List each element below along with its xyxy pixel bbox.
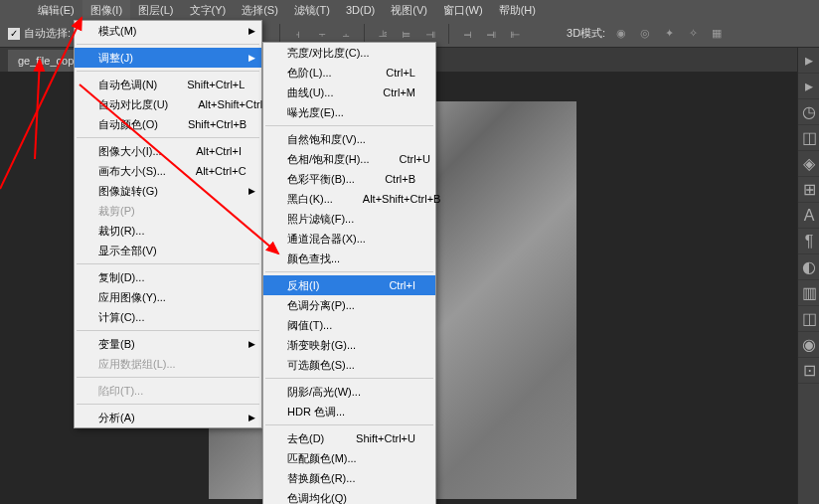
panel-icon[interactable]: ◐ — [798, 254, 819, 280]
panel-icon[interactable]: A — [798, 203, 819, 229]
distribute-icon[interactable]: ⫤ — [458, 25, 476, 43]
menu-help[interactable]: 帮助(H) — [491, 0, 544, 20]
distribute-icon[interactable]: ⫦ — [506, 25, 524, 43]
3d-icon[interactable]: ◉ — [612, 25, 630, 43]
menu-item[interactable]: 可选颜色(S)... — [263, 355, 435, 375]
menu-type[interactable]: 文字(Y) — [182, 0, 235, 20]
menu-item[interactable]: 模式(M)▶ — [75, 21, 261, 41]
history-icon[interactable]: ◷ — [798, 99, 819, 125]
menu-window[interactable]: 窗口(W) — [435, 0, 491, 20]
panel-icon[interactable]: ▸ — [798, 48, 819, 74]
menu-item[interactable]: 色阶(L)...Ctrl+L — [263, 63, 435, 83]
menu-item-label: 照片滤镜(F)... — [287, 212, 354, 227]
menu-item[interactable]: 通道混合器(X)... — [263, 229, 435, 249]
menu-item[interactable]: 色调分离(P)... — [263, 295, 435, 315]
menu-item[interactable]: 计算(C)... — [75, 307, 261, 327]
menu-item-label: 自然饱和度(V)... — [287, 132, 366, 147]
menu-item[interactable]: 曲线(U)...Ctrl+M — [263, 83, 435, 102]
menu-item[interactable]: 反相(I)Ctrl+I — [263, 275, 435, 295]
menu-item[interactable]: 自动对比度(U)Alt+Shift+Ctrl+L — [75, 94, 261, 114]
menu-item[interactable]: 色调均化(Q) — [263, 488, 435, 504]
menu-shortcut: Alt+Ctrl+C — [166, 165, 246, 177]
menu-item[interactable]: 调整(J)▶ — [75, 48, 261, 68]
panel-icon[interactable]: ▥ — [798, 280, 819, 306]
menu-item[interactable]: 变量(B)▶ — [75, 334, 261, 354]
toolbar-separator — [279, 24, 280, 44]
menu-item[interactable]: 阴影/高光(W)... — [263, 382, 435, 402]
align-center-icon[interactable]: ⫟ — [313, 25, 331, 43]
align-left-icon[interactable]: ⫞ — [289, 25, 307, 43]
menu-item[interactable]: 照片滤镜(F)... — [263, 209, 435, 229]
adjustments-submenu: 亮度/对比度(C)...色阶(L)...Ctrl+L曲线(U)...Ctrl+M… — [262, 42, 436, 504]
menu-item[interactable]: 颜色查找... — [263, 249, 435, 268]
menu-item[interactable]: 分析(A)▶ — [75, 408, 261, 427]
align-right-icon[interactable]: ⫠ — [337, 25, 355, 43]
menu-item[interactable]: 显示全部(V) — [75, 241, 261, 260]
menu-item[interactable]: 替换颜色(R)... — [263, 468, 435, 488]
menu-item[interactable]: HDR 色调... — [263, 402, 435, 421]
menu-item[interactable]: 自然饱和度(V)... — [263, 129, 435, 149]
menu-view[interactable]: 视图(V) — [383, 0, 435, 20]
menu-item[interactable]: 黑白(K)...Alt+Shift+Ctrl+B — [263, 189, 435, 209]
menu-item[interactable]: 色彩平衡(B)...Ctrl+B — [263, 169, 435, 189]
panel-icon[interactable]: ◉ — [798, 332, 819, 358]
submenu-arrow-icon: ▶ — [248, 53, 255, 63]
menu-item[interactable]: 亮度/对比度(C)... — [263, 43, 435, 63]
menu-item-label: 画布大小(S)... — [98, 164, 166, 179]
menu-item[interactable]: 色相/饱和度(H)...Ctrl+U — [263, 149, 435, 169]
menu-edit[interactable]: 编辑(E) — [30, 0, 82, 20]
menu-item-label: 裁剪(P) — [98, 204, 135, 219]
menu-item-label: 曝光度(E)... — [287, 105, 344, 120]
distribute-icon[interactable]: ⫡ — [374, 25, 392, 43]
panel-icon[interactable]: ▸ — [798, 74, 819, 99]
menu-shortcut: Ctrl+L — [356, 67, 415, 79]
panel-icon[interactable]: ⊡ — [798, 358, 819, 384]
distribute-icon[interactable]: ⫢ — [398, 25, 415, 43]
panel-icon[interactable]: ¶ — [798, 229, 819, 254]
menu-filter[interactable]: 滤镜(T) — [286, 0, 338, 20]
3d-icon[interactable]: ✦ — [660, 25, 678, 43]
menu-item-label: HDR 色调... — [287, 405, 345, 420]
right-panel: ▸ ▸ ◷ ◫ ◈ ⊞ A ¶ ◐ ▥ ◫ ◉ ⊡ — [797, 48, 819, 504]
menu-item-label: 色调分离(P)... — [287, 298, 355, 313]
menu-image[interactable]: 图像(I) — [82, 0, 130, 20]
3d-icon[interactable]: ◎ — [636, 25, 654, 43]
menu-item[interactable]: 匹配颜色(M)... — [263, 448, 435, 468]
distribute-icon[interactable]: ⫥ — [482, 25, 500, 43]
menu-separator — [77, 263, 259, 264]
menu-item[interactable]: 裁切(R)... — [75, 221, 261, 241]
menu-item[interactable]: 画布大小(S)...Alt+Ctrl+C — [75, 161, 261, 181]
menu-item-label: 可选颜色(S)... — [287, 358, 355, 373]
menu-item[interactable]: 曝光度(E)... — [263, 102, 435, 122]
menu-item[interactable]: 自动颜色(O)Shift+Ctrl+B — [75, 114, 261, 134]
panel-icon[interactable]: ◈ — [798, 151, 819, 177]
menu-item[interactable]: 图像大小(I)...Alt+Ctrl+I — [75, 141, 261, 161]
menu-item[interactable]: 渐变映射(G)... — [263, 335, 435, 355]
menu-shortcut: Alt+Ctrl+I — [166, 145, 242, 157]
menu-item[interactable]: 应用图像(Y)... — [75, 287, 261, 307]
menu-item[interactable]: 复制(D)... — [75, 267, 261, 287]
3d-icon[interactable]: ✧ — [684, 25, 702, 43]
distribute-icon[interactable]: ⫣ — [421, 25, 439, 43]
panel-icon[interactable]: ◫ — [798, 125, 819, 151]
menu-separator — [77, 404, 259, 405]
menu-separator — [265, 424, 433, 425]
menu-separator — [77, 137, 259, 138]
panel-icon[interactable]: ◫ — [798, 306, 819, 332]
auto-select-checkbox[interactable]: ✓ — [8, 28, 20, 40]
menu-separator — [265, 271, 433, 272]
image-menu: 模式(M)▶调整(J)▶自动色调(N)Shift+Ctrl+L自动对比度(U)A… — [74, 20, 262, 428]
menu-item: 陷印(T)... — [75, 381, 261, 401]
menu-item-label: 色调均化(Q) — [287, 491, 347, 505]
3d-icon[interactable]: ▦ — [708, 25, 726, 43]
menu-3d[interactable]: 3D(D) — [338, 0, 383, 20]
panel-icon[interactable]: ⊞ — [798, 177, 819, 203]
menu-layer[interactable]: 图层(L) — [130, 0, 181, 20]
menu-separator — [77, 44, 259, 45]
menu-item[interactable]: 阈值(T)... — [263, 315, 435, 335]
menu-item[interactable]: 图像旋转(G)▶ — [75, 181, 261, 201]
menu-item[interactable]: 自动色调(N)Shift+Ctrl+L — [75, 75, 261, 94]
submenu-arrow-icon: ▶ — [248, 186, 255, 196]
menu-select[interactable]: 选择(S) — [234, 0, 286, 20]
menu-item[interactable]: 去色(D)Shift+Ctrl+U — [263, 428, 435, 448]
